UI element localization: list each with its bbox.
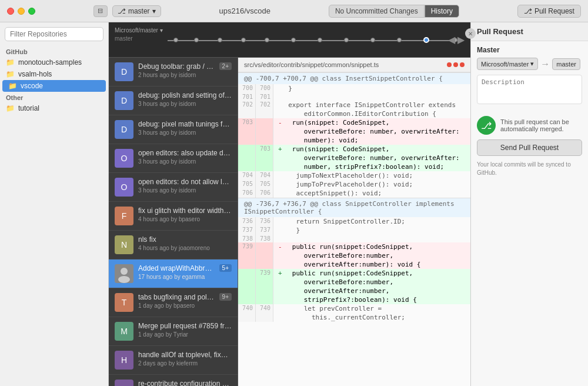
- diff-line-content: [273, 235, 470, 242]
- traffic-lights: [7, 8, 35, 15]
- history-button[interactable]: History: [425, 5, 459, 18]
- commit-avatar: O: [115, 149, 133, 168]
- diff-line-content: number, stripPrefix?:boolean): void;: [273, 162, 470, 171]
- commit-info: debug: pixel math tunings for debu toolb…: [138, 120, 232, 136]
- sidebar-item-vsalm-hols[interactable]: 📁 vsalm-hols: [0, 68, 108, 80]
- commit-info: Debug toolbar: grab / grabbing cu... 2 h…: [138, 62, 215, 78]
- diff-line-content: [273, 93, 470, 101]
- graph-node[interactable]: [194, 38, 199, 42]
- commit-message: Added wrapWithAbbreviation, upd...: [138, 264, 215, 272]
- commit-info: Added wrapWithAbbreviation, upd... 17 ho…: [138, 264, 215, 280]
- pr-branch-label: Master: [477, 46, 582, 54]
- commit-message: nls fix: [138, 235, 232, 244]
- commit-avatar: [115, 264, 133, 283]
- pull-request-panel: ✕ Pull Request Master Microsoft/master ▾…: [470, 22, 588, 386]
- diff-dot-red2: [453, 62, 458, 67]
- diff-hunk-label: @@ -700,7 +700,7 @@ class InsertSnippetC…: [244, 75, 443, 82]
- diff-line-content: export interface ISnippetController exte…: [273, 101, 470, 109]
- graph-node[interactable]: [318, 38, 322, 42]
- close-panel-button[interactable]: ✕: [465, 28, 476, 39]
- diff-line: 701701: [238, 93, 470, 101]
- commit-item[interactable]: R re-contribute configuration option; fi…: [109, 375, 238, 386]
- repo-name: tutorial: [18, 104, 39, 112]
- title-bar: ⊟ ⎇ master ▾ ups216/vscode No Uncommitte…: [0, 0, 588, 22]
- repo-icon: 📁: [6, 70, 15, 78]
- title-bar-center: ups216/vscode: [219, 6, 270, 15]
- maximize-button[interactable]: [28, 8, 35, 15]
- pr-branch-selectors: Microsoft/master ▾ → master: [477, 58, 582, 70]
- diff-line-content: let prevController =: [273, 304, 470, 313]
- graph-node[interactable]: [265, 38, 269, 42]
- close-button[interactable]: [7, 8, 14, 15]
- main-content: GitHub 📁 monotouch-samples 📁 vsalm-hols …: [0, 22, 588, 386]
- commit-info: handle allOf at toplevel, fixes #7833 2 …: [138, 351, 232, 367]
- diff-line-content: }: [273, 84, 470, 93]
- history-graph: Microsoft/master ▾ master ◀ ▶: [109, 22, 470, 58]
- diff-status-dots: [447, 62, 465, 67]
- diff-line: 736736 return SnippetController.ID;: [238, 217, 470, 226]
- graph-node[interactable]: [241, 38, 246, 42]
- commit-item[interactable]: N nls fix 4 hours ago by joaomoreno: [109, 231, 238, 259]
- diff-line-content: - public run(snippet:CodeSnippet,: [273, 242, 470, 251]
- sidebar-item-vscode[interactable]: 📁 vscode: [2, 80, 106, 92]
- diff-line: 700700 }: [238, 84, 470, 93]
- sidebar-item-tutorial[interactable]: 📁 tutorial: [0, 102, 108, 114]
- diff-line-content: jumpToPrevPlaceholder(): void;: [273, 180, 470, 189]
- graph-branch-label: Microsoft/master ▾: [115, 27, 163, 34]
- commit-item[interactable]: D debug: pixel math tunings for debu too…: [109, 115, 238, 144]
- commit-message: open editors: do not allow left / right …: [138, 178, 232, 186]
- repo-icon: 📁: [8, 82, 17, 90]
- graph-next-arrow[interactable]: ▶: [457, 34, 465, 45]
- graph-node[interactable]: [291, 38, 296, 42]
- commit-avatar: F: [115, 207, 133, 225]
- commit-item[interactable]: O open editors: do not allow left / righ…: [109, 173, 238, 202]
- minimize-button[interactable]: [18, 8, 25, 15]
- commit-item-selected[interactable]: Added wrapWithAbbreviation, upd... 17 ho…: [109, 259, 238, 288]
- filter-repositories-input[interactable]: [5, 27, 103, 41]
- pull-request-label: Pull Request: [534, 7, 574, 15]
- commit-info: fix ui glitch with editor width ratios 4…: [138, 207, 232, 222]
- diff-line: 706706 acceptSnippet(): void;: [238, 189, 470, 198]
- pr-source-branch-label: Microsoft/master: [481, 61, 529, 68]
- pr-source-branch-select[interactable]: Microsoft/master ▾: [477, 58, 538, 70]
- diff-line-content: this._currentController;: [273, 313, 470, 322]
- pr-target-branch-label: master: [556, 61, 576, 68]
- commit-item[interactable]: T tabs bugfixing and polish 1 day ago by…: [109, 288, 238, 317]
- diff-line-content: overwriteAfter:number): void {: [273, 260, 470, 269]
- diff-line-content: + run(snippet: CodeSnippet,: [273, 145, 470, 154]
- commit-message: Debug toolbar: grab / grabbing cu...: [138, 62, 215, 71]
- pr-description-input[interactable]: [477, 75, 582, 104]
- diff-line: overwriteBefore:number,: [238, 278, 470, 287]
- commit-item[interactable]: F fix ui glitch with editor width ratios…: [109, 202, 238, 231]
- send-pull-request-button[interactable]: Send Pull Request: [477, 139, 582, 156]
- commit-meta: 4 hours ago by joaomoreno: [138, 245, 232, 251]
- commit-item[interactable]: D Debug toolbar: grab / grabbing cu... 2…: [109, 58, 238, 86]
- graph-node-active[interactable]: [423, 37, 429, 43]
- svg-point-2: [118, 276, 130, 283]
- graph-node[interactable]: [218, 38, 222, 42]
- graph-node[interactable]: [370, 38, 375, 42]
- pull-request-button[interactable]: ⎇ Pull Request: [517, 5, 581, 18]
- commit-meta: 2 hours ago by isidorn: [138, 72, 215, 78]
- sidebar-toggle-button[interactable]: ⊟: [93, 5, 108, 17]
- sidebar-item-monotouch-samples[interactable]: 📁 monotouch-samples: [0, 56, 108, 68]
- commit-info: open editors: also update dirty indicato…: [138, 149, 232, 165]
- uncommitted-button[interactable]: No Uncommitted Changes: [329, 5, 425, 18]
- graph-node[interactable]: [344, 38, 349, 42]
- diff-line: stripPrefix?:boolean): void {: [238, 295, 470, 304]
- graph-node[interactable]: [397, 38, 402, 42]
- diff-line-content: acceptSnippet(): void;: [273, 189, 470, 198]
- commit-item[interactable]: O open editors: also update dirty indica…: [109, 144, 238, 173]
- diff-line: overwriteAfter:number,: [238, 287, 470, 295]
- branch-selector[interactable]: ⎇ master ▾: [112, 5, 161, 17]
- graph-prev-arrow[interactable]: ◀: [448, 34, 455, 45]
- diff-line-content: + public run(snippet:CodeSnippet,: [273, 269, 470, 278]
- graph-node[interactable]: [173, 38, 178, 42]
- diff-line: 740740 let prevController =: [238, 304, 470, 313]
- commits-list: D Debug toolbar: grab / grabbing cu... 2…: [109, 58, 238, 386]
- pr-mergeable-section: ⎇ This pull request can be automatically…: [471, 111, 588, 139]
- pr-target-branch-select[interactable]: master: [552, 58, 580, 70]
- commit-item[interactable]: M Merge pull request #7859 from urband..…: [109, 317, 238, 346]
- commit-item[interactable]: H handle allOf at toplevel, fixes #7833 …: [109, 346, 238, 375]
- commit-item[interactable]: D debug: polish and setting of x c... 3 …: [109, 86, 238, 115]
